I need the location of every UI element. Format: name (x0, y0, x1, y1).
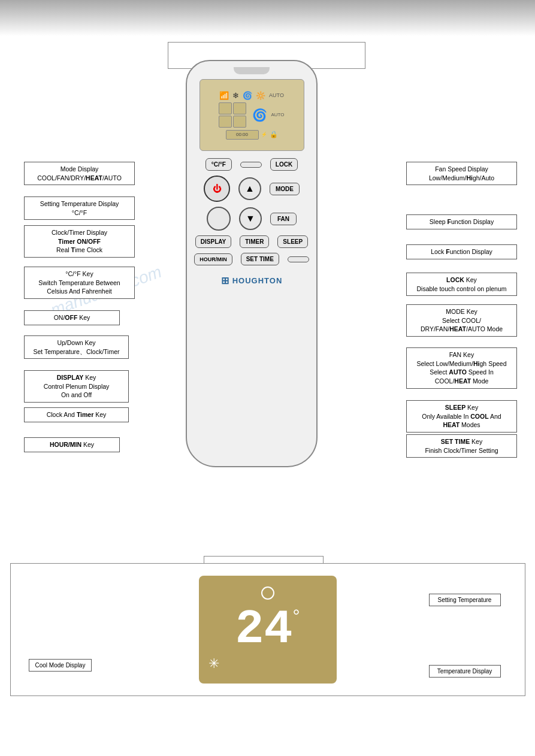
lcd-clock-block: 00:00 (226, 130, 259, 140)
empty-circle-button (207, 207, 231, 231)
snowflake-icon: ❄ (232, 91, 239, 100)
button-row-5: HOUR/MIN SET TIME (192, 253, 312, 265)
mode-key-label: MODE KeySelect COOL/DRY/FAN/HEAT/AUTO Mo… (406, 304, 517, 337)
lock-button[interactable]: LOCK (270, 158, 298, 171)
remote-top-notch (234, 67, 270, 74)
lock-function-label: Lock Function Display (406, 244, 517, 259)
top-gradient-bar (0, 0, 535, 36)
display-button[interactable]: DISPLAY (195, 235, 231, 248)
lcd-clock-row: 00:00 ⚡ 🔒 (226, 130, 278, 140)
cf-key-text: °C/°F KeySwitch Temperature BetweenCelsi… (38, 270, 120, 295)
blank-button-1 (240, 162, 262, 168)
remote-display: 📶 ❄ 🌀 🔆 AUTO 🌀 AUTO 00:00 ⚡ 🔒 (200, 79, 304, 151)
clock-timer-key-text: Clock And Timer Key (47, 411, 107, 418)
fan-speed-text: Fan Speed DisplayLow/Medium/High/Auto (429, 165, 494, 182)
lcd-block-2 (233, 102, 246, 114)
bottom-display: 24 ° ✳ (199, 576, 337, 684)
button-row-3: ▼ FAN (192, 207, 312, 231)
flame-icon: 🔆 (256, 91, 265, 100)
lcd-block-3 (219, 116, 232, 128)
brand-name: HOUGHTON (232, 276, 283, 285)
setting-temp-text: Setting Temperature Display°C/°F (40, 200, 119, 216)
button-row-4: DISPLAY TIMER SLEEP (192, 235, 312, 248)
lcd-temp-blocks (219, 102, 246, 128)
blank-button-2 (288, 256, 309, 262)
button-row-1: °C/°F LOCK (192, 158, 312, 171)
mode-key-text: MODE KeySelect COOL/DRY/FAN/HEAT/AUTO Mo… (421, 308, 503, 332)
settime-key-text: SET TIME KeyFinish Clock/Timer Setting (425, 438, 498, 454)
up-button[interactable]: ▲ (238, 177, 261, 200)
lcd-lock-icon: 🔒 (270, 131, 278, 138)
setting-temp-label: Setting Temperature Display°C/°F (24, 196, 135, 220)
lcd-separator: ⚡ (261, 132, 267, 137)
sleep-key-text: SLEEP KeyOnly Available In COOL AndHEAT … (422, 404, 501, 428)
updown-key-label: Up/Down KeySet Temperature、Clock/Timer (24, 335, 129, 359)
brand-icon: ⊞ (221, 275, 229, 286)
fan-button[interactable]: FAN (270, 213, 297, 225)
display-key-label: DISPLAY KeyControl Plenum DisplayOn and … (24, 370, 129, 403)
lcd-temp-row: 🌀 AUTO (219, 102, 284, 128)
mode-icons: AUTO (269, 92, 284, 98)
sleep-function-label: Sleep Function Display (406, 214, 517, 229)
settime-key-label: SET TIME KeyFinish Clock/Timer Setting (406, 434, 517, 458)
updown-key-text: Up/Down KeySet Temperature、Clock/Timer (33, 339, 119, 355)
sleep-key-label: SLEEP KeyOnly Available In COOL AndHEAT … (406, 400, 517, 433)
bottom-degree: ° (293, 606, 300, 626)
bottom-label-left: Cool Mode Display (29, 659, 92, 672)
bottom-temp-container: 24 ° (235, 606, 300, 654)
hourmin-button[interactable]: HOUR/MIN (194, 253, 232, 265)
hourmin-key-text: HOUR/MIN Key (50, 441, 94, 448)
settime-button[interactable]: SET TIME (241, 253, 279, 265)
fan-key-label: FAN KeySelect Low/Medium/High SpeedSelec… (406, 347, 517, 389)
sleep-function-text: Sleep Function Display (430, 218, 494, 225)
lcd-block-1 (219, 102, 232, 114)
hourmin-key-label: HOUR/MIN Key (24, 437, 120, 452)
bottom-section: Cool Mode Display Setting Temperature Te… (10, 563, 525, 696)
lock-key-text: LOCK KeyDisable touch control on plenum (416, 276, 506, 292)
bottom-label-right-bottom-text: Temperature Display (437, 668, 492, 675)
down-button[interactable]: ▼ (239, 207, 262, 230)
sleep-button[interactable]: SLEEP (277, 235, 308, 248)
lcd-fan-icon: 🌀 (252, 108, 267, 122)
bottom-circle-icon (261, 586, 274, 600)
fan-speed-label: Fan Speed DisplayLow/Medium/High/Auto (406, 162, 517, 185)
power-icon: ⏻ (213, 184, 221, 193)
power-button[interactable]: ⏻ (204, 176, 230, 202)
lcd-icons-top: 📶 ❄ 🌀 🔆 AUTO (219, 91, 284, 100)
onoff-key-label: ON/OFF Key (24, 310, 120, 325)
bottom-label-right-bottom: Temperature Display (429, 665, 501, 678)
clock-timer-key-label: Clock And Timer Key (24, 407, 129, 422)
bottom-temperature: 24 (235, 606, 292, 654)
mode-button[interactable]: MODE (270, 183, 300, 195)
wifi-icon: 📶 (219, 91, 229, 100)
display-key-text: DISPLAY KeyControl Plenum DisplayOn and … (44, 374, 110, 398)
cf-key-label: °C/°F KeySwitch Temperature BetweenCelsi… (24, 267, 135, 299)
bottom-label-left-text: Cool Mode Display (35, 662, 86, 669)
fan-display-icon: 🌀 (243, 91, 252, 100)
lcd-auto-label: AUTO (271, 112, 284, 117)
mode-display-text: Mode DisplayCOOL/FAN/DRY/HEAT/AUTO (37, 165, 122, 182)
lock-key-label: LOCK KeyDisable touch control on plenum (406, 273, 517, 296)
cf-button[interactable]: °C/°F (205, 158, 232, 171)
mode-display-label: Mode DisplayCOOL/FAN/DRY/HEAT/AUTO (24, 162, 135, 185)
button-row-2: ⏻ ▲ MODE (192, 176, 312, 202)
onoff-key-text: ON/OFF Key (54, 314, 90, 321)
fan-key-text: FAN KeySelect Low/Medium/High SpeedSelec… (416, 351, 506, 385)
clock-timer-text: Clock/Timer DisplayTimer ON/OFFReal Time… (52, 229, 107, 253)
clock-timer-label: Clock/Timer DisplayTimer ON/OFFReal Time… (24, 225, 135, 258)
timer-button[interactable]: TIMER (240, 235, 269, 248)
bottom-label-right-top: Setting Temperature (429, 594, 501, 606)
lock-function-text: Lock Function Display (431, 248, 492, 255)
remote-control: 📶 ❄ 🌀 🔆 AUTO 🌀 AUTO 00:00 ⚡ 🔒 (186, 60, 318, 467)
diagram-area: manualslib.com 📶 ❄ 🌀 🔆 AUTO 🌀 AUTO (0, 42, 535, 563)
bottom-label-right-top-text: Setting Temperature (438, 597, 492, 603)
lcd-block-4 (233, 116, 246, 128)
bottom-sun-icon: ✳ (208, 656, 219, 672)
brand-label: ⊞ HOUGHTON (221, 275, 283, 286)
